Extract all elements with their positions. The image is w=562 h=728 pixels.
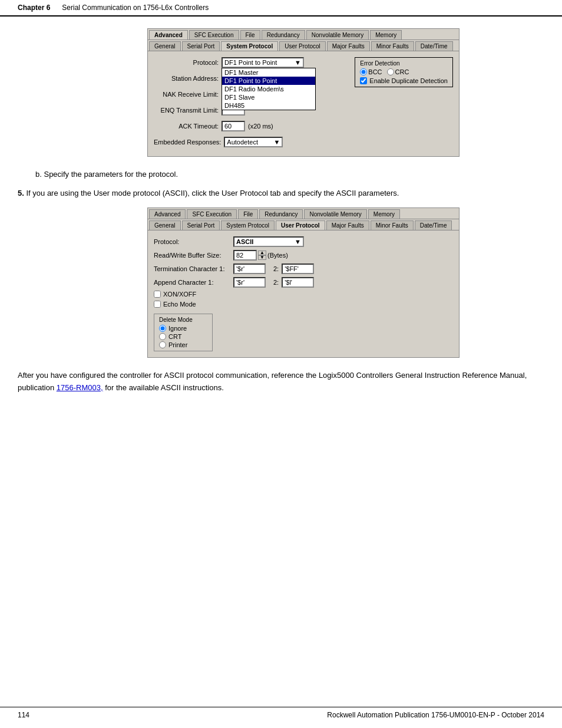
dropdown-item-slave[interactable]: DF1 Slave bbox=[222, 93, 315, 101]
ack-label: ACK Timeout: bbox=[154, 123, 219, 130]
chapter-label: Chapter 6 bbox=[18, 4, 50, 12]
embedded-arrow: ▼ bbox=[273, 139, 280, 146]
tab-minor-faults[interactable]: Minor Faults bbox=[371, 41, 414, 51]
step5-container: 5. If you are using the User mode protoc… bbox=[18, 187, 544, 199]
tab2-date-time[interactable]: Date/Time bbox=[415, 220, 452, 230]
bcc-label: BCC bbox=[368, 68, 382, 75]
embedded-select[interactable]: Autodetect ▼ bbox=[224, 137, 283, 147]
tab2-major-faults[interactable]: Major Faults bbox=[326, 220, 369, 230]
append-char1-row: Append Character 1: 2: bbox=[154, 277, 453, 288]
tab2-system-protocol[interactable]: System Protocol bbox=[221, 220, 275, 230]
tab-serial-port[interactable]: Serial Port bbox=[182, 41, 220, 51]
ascii-protocol-label: Protocol: bbox=[154, 238, 230, 245]
tab2-general[interactable]: General bbox=[149, 220, 181, 230]
tab-advanced[interactable]: Advanced bbox=[149, 30, 188, 39]
rw-spinner-down[interactable]: ▼ bbox=[258, 255, 266, 260]
protocol-fields: Protocol: DF1 Point to Point ▼ DF1 Maste… bbox=[154, 57, 331, 150]
publication-info: Rockwell Automation Publication 1756-UM0… bbox=[327, 711, 544, 719]
enable-duplicate-label: Enable Duplicate Detection bbox=[369, 77, 448, 84]
dialog1-tabs: Advanced SFC Execution File Redundancy N… bbox=[148, 29, 459, 40]
tab2-user-protocol[interactable]: User Protocol bbox=[276, 220, 325, 230]
term-char2-label: 2: bbox=[273, 265, 279, 272]
tab-system-protocol[interactable]: System Protocol bbox=[221, 41, 278, 51]
protocol-label: Protocol: bbox=[154, 59, 219, 66]
delete-printer-label[interactable]: Printer bbox=[159, 341, 207, 348]
header-bar: Chapter 6 Serial Communication on 1756-L… bbox=[0, 0, 562, 17]
tab2-file[interactable]: File bbox=[238, 209, 258, 219]
xon-checkbox[interactable] bbox=[154, 291, 161, 298]
protocol-dropdown[interactable]: DF1 Point to Point ▼ DF1 Master DF1 Poin… bbox=[222, 57, 304, 68]
tab2-sfc[interactable]: SFC Execution bbox=[187, 209, 237, 219]
tab-user-protocol[interactable]: User Protocol bbox=[279, 41, 326, 51]
append-char2-label: 2: bbox=[273, 279, 279, 286]
para-link[interactable]: 1756-RM003, bbox=[57, 383, 103, 392]
enable-duplicate-checkbox[interactable] bbox=[360, 77, 367, 84]
delete-ignore-radio[interactable] bbox=[159, 325, 166, 332]
append-char1-label: Append Character 1: bbox=[154, 279, 230, 286]
error-radio-group: BCC CRC bbox=[360, 68, 448, 75]
tab-sfc[interactable]: SFC Execution bbox=[189, 30, 239, 39]
enq-label: ENQ Transmit Limit: bbox=[154, 107, 219, 114]
step5-text: 5. If you are using the User mode protoc… bbox=[18, 187, 544, 199]
dropdown-item-master[interactable]: DF1 Master bbox=[222, 68, 315, 77]
echo-checkbox-label[interactable]: Echo Mode bbox=[154, 301, 196, 308]
append-char1-input[interactable] bbox=[233, 277, 266, 288]
term-char2-input[interactable] bbox=[282, 263, 314, 274]
crc-radio[interactable] bbox=[387, 68, 394, 75]
error-detection-section: Error Detection BCC CRC bbox=[343, 57, 453, 87]
delete-printer-radio[interactable] bbox=[159, 341, 166, 348]
protocol-selected: DF1 Point to Point bbox=[224, 59, 295, 66]
delete-printer-text: Printer bbox=[168, 341, 187, 348]
step-b-label: b. bbox=[35, 170, 42, 179]
para-text-after: for the available ASCII instructions. bbox=[103, 383, 224, 392]
dropdown-item-radio[interactable]: DF1 Radio Modem\s bbox=[222, 85, 315, 93]
step-b-text: b. Specify the parameters for the protoc… bbox=[35, 170, 178, 179]
delete-ignore-label[interactable]: Ignore bbox=[159, 325, 207, 332]
tab-redundancy[interactable]: Redundancy bbox=[262, 30, 305, 39]
bcc-radio[interactable] bbox=[360, 68, 367, 75]
embedded-value: Autodetect bbox=[227, 139, 273, 146]
echo-row: Echo Mode bbox=[154, 301, 453, 308]
tab-file[interactable]: File bbox=[240, 30, 260, 39]
dialog2-tabs-row2: General Serial Port System Protocol User… bbox=[148, 219, 459, 230]
xon-row: XON/XOFF bbox=[154, 291, 453, 298]
chapter-title: Serial Communication on 1756-L6x Control… bbox=[62, 4, 209, 12]
tab2-advanced[interactable]: Advanced bbox=[149, 209, 186, 219]
delete-crt-text: CRT bbox=[168, 333, 181, 340]
term-char1-input[interactable] bbox=[233, 263, 266, 274]
tab2-serial-port[interactable]: Serial Port bbox=[182, 220, 220, 230]
tab2-minor-faults[interactable]: Minor Faults bbox=[371, 220, 414, 230]
rw-buffer-row: Read/Write Buffer Size: ▲ ▼ (Bytes) bbox=[154, 250, 453, 261]
tab2-redundancy[interactable]: Redundancy bbox=[259, 209, 303, 219]
xon-checkbox-label[interactable]: XON/XOFF bbox=[154, 291, 196, 298]
tab-memory[interactable]: Memory bbox=[370, 30, 402, 39]
tab2-nonvolatile[interactable]: Nonvolatile Memory bbox=[304, 209, 366, 219]
tab-general[interactable]: General bbox=[149, 41, 181, 51]
dialog-system-protocol: Advanced SFC Execution File Redundancy N… bbox=[147, 28, 459, 157]
step5-content: If you are using the User mode protocol … bbox=[26, 189, 399, 197]
ack-unit: (x20 ms) bbox=[248, 123, 273, 130]
ascii-protocol-value: ASCII bbox=[236, 238, 295, 245]
crc-radio-item: CRC bbox=[387, 68, 409, 75]
dropdown-item-dh485[interactable]: DH485 bbox=[222, 101, 315, 110]
tab2-memory[interactable]: Memory bbox=[368, 209, 400, 219]
tab-major-faults[interactable]: Major Faults bbox=[327, 41, 370, 51]
protocol-dropdown-list: DF1 Master DF1 Point to Point DF1 Radio … bbox=[222, 68, 316, 110]
main-content: Advanced SFC Execution File Redundancy N… bbox=[0, 17, 562, 406]
rw-buffer-label: Read/Write Buffer Size: bbox=[154, 252, 230, 259]
ascii-protocol-select[interactable]: ASCII ▼ bbox=[233, 236, 304, 247]
tab-date-time[interactable]: Date/Time bbox=[415, 41, 453, 51]
page-footer: 114 Rockwell Automation Publication 1756… bbox=[0, 707, 562, 719]
delete-ignore-text: Ignore bbox=[168, 325, 187, 332]
rw-buffer-input[interactable] bbox=[233, 250, 257, 261]
ack-input[interactable] bbox=[222, 121, 245, 131]
echo-checkbox[interactable] bbox=[154, 301, 161, 308]
tab-nonvolatile[interactable]: Nonvolatile Memory bbox=[306, 30, 369, 39]
ascii-dropdown-arrow: ▼ bbox=[295, 238, 301, 245]
dropdown-item-ptp[interactable]: DF1 Point to Point bbox=[222, 77, 315, 85]
append-char2-input[interactable] bbox=[282, 277, 314, 288]
delete-crt-label[interactable]: CRT bbox=[159, 333, 207, 340]
delete-crt-radio[interactable] bbox=[159, 333, 166, 340]
crc-label: CRC bbox=[395, 68, 409, 75]
step-b-content: Specify the parameters for the protocol. bbox=[44, 170, 178, 179]
